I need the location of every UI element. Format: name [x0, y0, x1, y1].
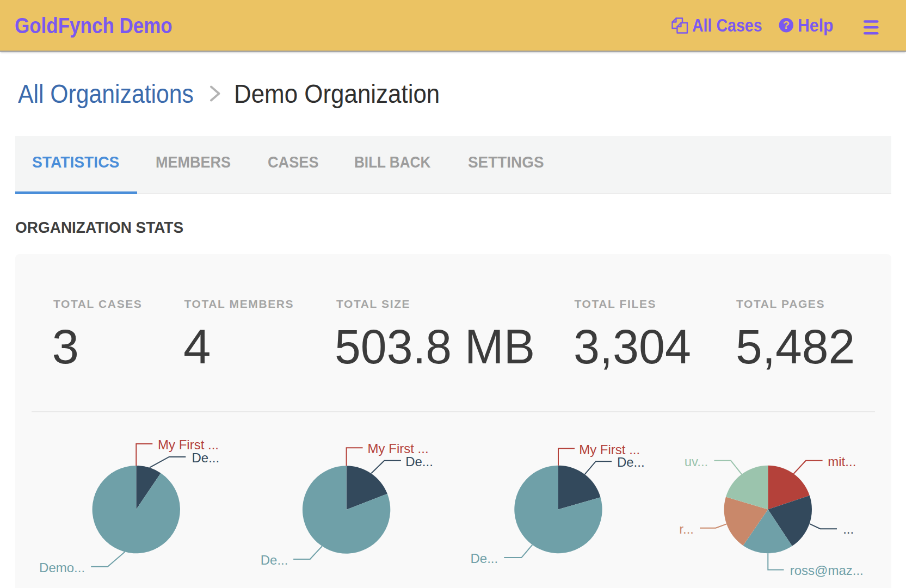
svg-text:uv...: uv... [685, 454, 708, 469]
svg-text:De...: De... [405, 454, 433, 469]
svg-text:De...: De... [261, 553, 288, 567]
svg-text:r...: r... [679, 522, 694, 536]
svg-text:...: ... [843, 522, 854, 536]
svg-text:De...: De... [192, 450, 220, 465]
svg-text:ross@maz...: ross@maz... [790, 563, 864, 578]
svg-text:mit...: mit... [828, 454, 856, 469]
svg-text:De...: De... [471, 551, 498, 566]
svg-text:Demo...: Demo... [39, 560, 85, 575]
svg-text:De...: De... [617, 455, 645, 469]
